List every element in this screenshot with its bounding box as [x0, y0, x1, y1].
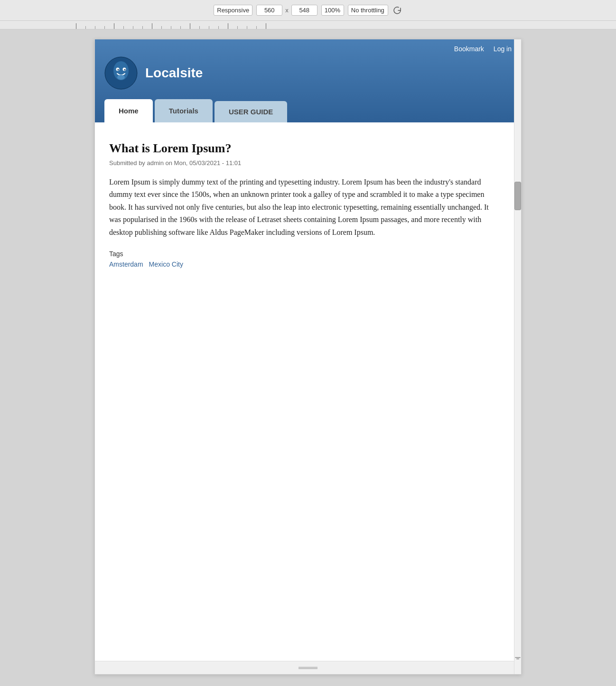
article-meta: Submitted by admin on Mon, 05/03/2021 - … [109, 159, 500, 167]
ruler [0, 21, 616, 29]
ruler-tick [209, 26, 209, 29]
handle-line [299, 667, 317, 667]
tags-label: Tags [109, 250, 500, 258]
ruler-tick [161, 26, 162, 29]
toolbar-group-zoom: 100% [321, 5, 344, 16]
toolbar-group-responsive: Responsive [214, 5, 252, 16]
header-nav: Bookmark Log in [104, 45, 512, 53]
width-input[interactable] [256, 5, 282, 16]
ruler-tick [114, 23, 114, 29]
ruler-tick [190, 23, 190, 29]
site-logo [104, 56, 138, 90]
site-branding: Localsite [104, 56, 512, 90]
ruler-marks [0, 21, 616, 29]
site-nav: Home Tutorials USER GUIDE [104, 99, 512, 122]
toolbar-group-throttle: No throttling [348, 5, 388, 16]
site-name: Localsite [145, 65, 203, 81]
article-body: Lorem Ipsum is simply dummy text of the … [109, 176, 500, 239]
svg-point-6 [117, 75, 125, 80]
svg-point-4 [118, 69, 119, 71]
viewport-area: Bookmark Log in [0, 29, 616, 684]
tag-amsterdam[interactable]: Amsterdam [109, 260, 143, 268]
ruler-tick [237, 26, 238, 29]
handle-lines [299, 667, 317, 669]
ruler-tick [85, 26, 86, 29]
scrollbar-thumb[interactable] [514, 182, 521, 210]
ruler-tick [247, 26, 247, 29]
ruler-tick [133, 26, 133, 29]
ruler-tick [142, 26, 143, 29]
handle-line [299, 668, 317, 669]
ruler-tick [95, 26, 95, 29]
browser-frame: Bookmark Log in [94, 39, 522, 675]
throttle-select[interactable]: No throttling [348, 5, 388, 16]
ruler-tick [123, 26, 124, 29]
nav-home[interactable]: Home [104, 99, 153, 122]
bookmark-link[interactable]: Bookmark [454, 45, 484, 53]
rotate-icon[interactable] [392, 5, 402, 16]
ruler-tick [180, 26, 181, 29]
dimension-separator: x [285, 7, 289, 14]
devtools-toolbar: Responsive x 100% No throttling [0, 0, 616, 21]
site-content: What is Lorem Ipsum? Submitted by admin … [95, 122, 514, 661]
ruler-tick [228, 23, 228, 29]
ruler-tick [76, 23, 76, 29]
article-tags: Amsterdam Mexico City [109, 260, 500, 268]
site-header: Bookmark Log in [95, 39, 521, 122]
svg-line-8 [516, 658, 519, 660]
ruler-tick [104, 26, 105, 29]
corner-resize-handle[interactable] [513, 653, 523, 662]
ruler-tick [256, 26, 257, 29]
zoom-select[interactable]: 100% [321, 5, 344, 16]
height-input[interactable] [291, 5, 317, 16]
tag-mexico-city[interactable]: Mexico City [149, 260, 183, 268]
nav-user-guide[interactable]: USER GUIDE [215, 101, 287, 122]
login-link[interactable]: Log in [494, 45, 512, 53]
ruler-tick [171, 26, 171, 29]
article-title: What is Lorem Ipsum? [109, 141, 500, 156]
ruler-tick [218, 26, 219, 29]
ruler-tick [266, 23, 266, 29]
toolbar-group-dimensions: x [256, 5, 317, 16]
ruler-tick [152, 23, 152, 29]
svg-line-7 [515, 655, 520, 660]
nav-tutorials[interactable]: Tutorials [155, 99, 213, 122]
bottom-resize-handle[interactable] [95, 661, 521, 674]
responsive-select[interactable]: Responsive [214, 5, 252, 16]
ruler-tick [199, 26, 200, 29]
svg-point-5 [124, 69, 126, 71]
